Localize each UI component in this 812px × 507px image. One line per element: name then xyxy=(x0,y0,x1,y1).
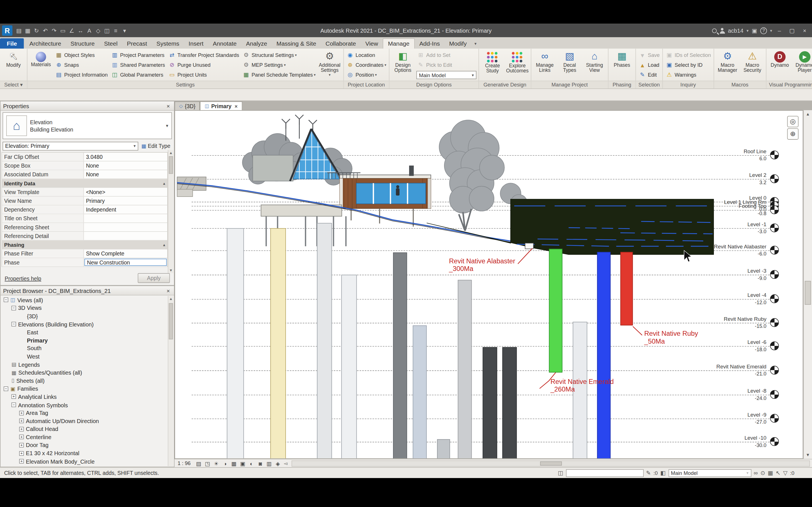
section-collapse-icon[interactable]: ▴ xyxy=(163,181,165,186)
annotation-revit-native-alabaster[interactable]: Revit Native Alabaster_300Ma xyxy=(449,258,515,273)
browser-item-elevation-mark-body-circle[interactable]: +Elevation Mark Body_Circle xyxy=(1,457,174,465)
user-icon[interactable] xyxy=(719,28,725,33)
view-tab-primary[interactable]: ◫ Primary × xyxy=(200,101,243,110)
ribbon-tab-structure[interactable]: Structure xyxy=(66,39,100,49)
browser-item-primary[interactable]: Primary xyxy=(1,336,174,344)
browser-item-door-tag[interactable]: +Door Tag xyxy=(1,441,174,449)
zoom-icon[interactable]: ⊕ xyxy=(787,128,799,140)
scroll-thumb[interactable] xyxy=(541,461,562,465)
browser-item-callout-head[interactable]: +Callout Head xyxy=(1,425,174,433)
browser-item-legends[interactable]: ▤Legends xyxy=(1,360,174,369)
ribbon-tab-systems[interactable]: Systems xyxy=(152,39,184,49)
undo-icon[interactable]: ↶ xyxy=(41,27,50,35)
materials-button[interactable]: ●Materials xyxy=(29,49,53,67)
section-icon[interactable]: ◫ xyxy=(103,27,111,35)
dynamo-player-button[interactable]: ▶Dynamo Player xyxy=(792,49,812,73)
location-button[interactable]: ◉Location xyxy=(345,50,388,60)
save-button[interactable]: ▼Save xyxy=(637,50,661,60)
temporary-view-properties-icon[interactable]: ▥ xyxy=(265,460,273,466)
ribbon-tab-steel[interactable]: Steel xyxy=(99,39,122,49)
minimize-button[interactable]: – xyxy=(775,27,784,34)
thin-lines-icon[interactable]: ≡ xyxy=(111,27,120,34)
print-icon[interactable]: ▭ xyxy=(59,27,67,35)
browser-item-south[interactable]: South xyxy=(1,344,174,352)
position-button[interactable]: ◎Position▾ xyxy=(345,70,388,80)
property-section-identity-data[interactable]: Identity Data▴ xyxy=(2,179,167,188)
dependency-value[interactable]: Independent xyxy=(84,205,167,214)
apply-button[interactable]: Apply xyxy=(138,273,170,283)
tree-expander-icon[interactable]: − xyxy=(11,305,16,311)
horizontal-scrollbar[interactable] xyxy=(292,460,810,466)
tree-expander-icon[interactable]: + xyxy=(19,435,24,440)
additional-settings-button[interactable]: ⚙Additional Settings▾ xyxy=(317,49,342,76)
add-to-set-button[interactable]: ⊞Add to Set xyxy=(415,50,477,60)
type-combo[interactable]: Elevation: Primary ▾ xyxy=(3,142,138,150)
app-store-icon[interactable]: ▣ xyxy=(752,27,757,34)
detail-level-icon[interactable]: ▤ xyxy=(195,460,203,466)
shadows-icon[interactable]: ◑ xyxy=(221,460,229,466)
scroll-down-icon[interactable]: ▼ xyxy=(804,451,812,459)
tree-expander-icon[interactable]: − xyxy=(11,322,16,327)
scroll-up-icon[interactable]: ▲ xyxy=(168,296,173,302)
drag-on-selection-icon[interactable]: ↖ xyxy=(776,469,780,476)
pick-to-edit-button[interactable]: ✎Pick to Edit xyxy=(415,60,477,70)
project-browser-header[interactable]: Project Browser - DC_BIM_Extractions_21 … xyxy=(1,286,174,295)
measure-icon[interactable]: ∠ xyxy=(67,27,76,35)
ribbon-tab-file[interactable]: File xyxy=(0,38,24,49)
ribbon-tab-collaborate[interactable]: Collaborate xyxy=(321,39,361,49)
3d-view-icon[interactable]: ◇ xyxy=(94,27,102,35)
view-tab-3d[interactable]: ◇ {3D} xyxy=(174,101,200,110)
design-option-select[interactable]: Main Model▾ xyxy=(416,71,476,79)
text-icon[interactable]: A xyxy=(85,27,94,34)
tree-expander-icon[interactable]: + xyxy=(19,459,24,464)
ids-of-selection-button[interactable]: ▣IDs of Selection xyxy=(664,50,712,60)
browser-item-east[interactable]: East xyxy=(1,328,174,336)
tree-expander-icon[interactable]: + xyxy=(19,443,24,448)
browser-item-west[interactable]: West xyxy=(1,352,174,360)
user-menu-caret-icon[interactable]: ▾ xyxy=(747,28,749,33)
scroll-thumb[interactable] xyxy=(169,156,173,174)
snaps-button[interactable]: ⊕Snaps xyxy=(53,60,109,70)
phases-button[interactable]: ▦Phases xyxy=(610,49,635,68)
tree-expander-icon[interactable]: + xyxy=(11,394,16,399)
worksets-icon[interactable]: ◫ xyxy=(558,469,563,476)
structural-settings-button[interactable]: ⚙Structural Settings▾ xyxy=(241,50,317,60)
referencing-detail-value[interactable] xyxy=(84,232,167,240)
browser-item-sheets-all[interactable]: ▯Sheets (all) xyxy=(1,377,174,385)
project-browser-close-icon[interactable]: × xyxy=(165,287,171,293)
tree-expander-icon[interactable]: + xyxy=(19,427,24,432)
redo-icon[interactable]: ↷ xyxy=(50,27,58,35)
browser-item-e1-30-x-42-horizontal[interactable]: +E1 30 x 42 Horizontal xyxy=(1,449,174,457)
help-menu-caret-icon[interactable]: ▾ xyxy=(770,28,772,33)
view-template-value[interactable]: <None> xyxy=(84,188,167,196)
browser-item-automatic-up-down-direction[interactable]: +Automatic Up/Down Direction xyxy=(1,417,174,425)
tree-expander-icon[interactable]: + xyxy=(19,411,24,415)
design-option-select[interactable]: Main Model ▾ xyxy=(668,469,751,477)
tree-expander-icon[interactable]: − xyxy=(11,402,16,407)
scroll-thumb[interactable] xyxy=(169,303,173,339)
panel-schedule-templates-button[interactable]: ▦Panel Schedule Templates▾ xyxy=(241,70,317,80)
coordinates-button[interactable]: ⊕Coordinates▾ xyxy=(345,60,388,70)
panel-label-select[interactable]: Select ▾ xyxy=(0,81,27,89)
ribbon-tab-annotate[interactable]: Annotate xyxy=(208,39,241,49)
design-options-button[interactable]: ◧Design Options xyxy=(391,49,415,73)
annotation-revit-native-emerald[interactable]: Revit Native Emerald_260Ma xyxy=(550,378,613,394)
mep-settings-button[interactable]: ⚙MEP Settings▾ xyxy=(241,60,317,70)
decal-types-button[interactable]: ▧Decal Types xyxy=(557,49,582,73)
scope-box-value[interactable]: None xyxy=(84,161,167,170)
ribbon-tab-modify[interactable]: Modify xyxy=(445,39,471,49)
annotation-revit-native-ruby[interactable]: Revit Native Ruby_50Ma xyxy=(644,330,698,346)
help-icon[interactable]: ? xyxy=(760,27,767,34)
search-icon[interactable] xyxy=(712,28,717,33)
create-study-button[interactable]: Create Study xyxy=(480,49,505,74)
browser-item-3d-views[interactable]: −3D Views xyxy=(1,304,174,312)
ribbon-tab-massing-site[interactable]: Massing & Site xyxy=(272,39,321,49)
browser-item-area-tag[interactable]: +Area Tag xyxy=(1,409,174,417)
ribbon-tab-analyze[interactable]: Analyze xyxy=(241,39,272,49)
properties-header[interactable]: Properties × xyxy=(1,101,174,111)
show-constraints-icon[interactable]: ◈ xyxy=(274,460,282,466)
phase-value[interactable]: New Construction xyxy=(84,259,167,266)
global-parameters-button[interactable]: ◫Global Parameters xyxy=(109,70,166,80)
title-on-sheet-value[interactable] xyxy=(84,214,167,222)
browser-item-centerline[interactable]: +Centerline xyxy=(1,433,174,441)
